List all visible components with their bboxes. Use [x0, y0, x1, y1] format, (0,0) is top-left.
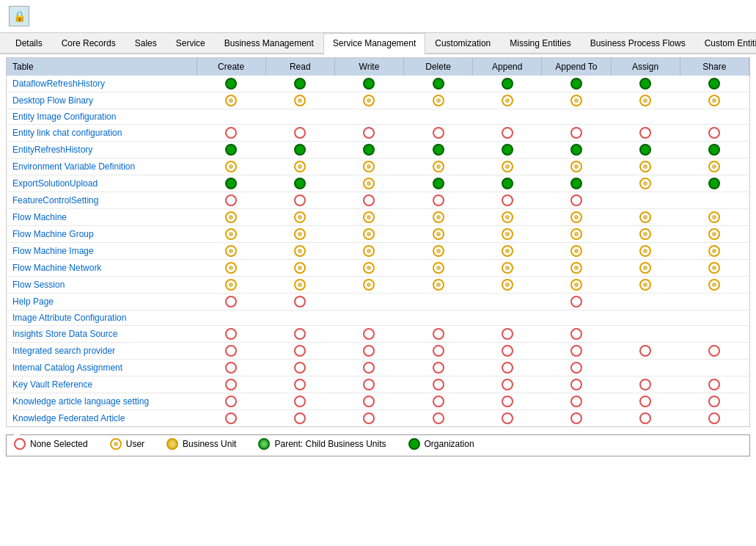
perm-cell-appendto[interactable] [542, 175, 611, 192]
perm-cell-create[interactable] [197, 260, 265, 277]
perm-user[interactable] [708, 279, 720, 291]
perm-none[interactable] [708, 379, 720, 390]
perm-cell-share[interactable] [680, 277, 749, 294]
perm-none[interactable] [639, 127, 651, 139]
perm-none[interactable] [708, 396, 720, 407]
perm-cell-delete[interactable] [404, 209, 473, 226]
perm-cell-create[interactable] [197, 427, 265, 428]
perm-user[interactable] [225, 262, 237, 274]
perm-cell-delete[interactable] [404, 226, 473, 243]
tab-service-management[interactable]: Service Management [323, 33, 425, 54]
perm-cell-append[interactable] [473, 260, 542, 277]
perm-none[interactable] [639, 345, 651, 357]
perm-cell-share[interactable] [680, 360, 749, 376]
perm-user[interactable] [433, 95, 444, 106]
perm-cell-appendto[interactable] [542, 410, 611, 427]
perm-cell-append[interactable] [473, 209, 542, 226]
perm-user[interactable] [570, 262, 582, 274]
perm-user[interactable] [225, 245, 237, 257]
perm-none[interactable] [294, 396, 306, 407]
perm-cell-delete[interactable] [404, 410, 473, 427]
perm-cell-append[interactable] [473, 393, 542, 410]
perm-cell-append[interactable] [473, 109, 542, 125]
perm-user[interactable] [502, 245, 513, 257]
perm-user[interactable] [225, 279, 237, 291]
perm-user[interactable] [294, 95, 306, 106]
perm-cell-delete[interactable] [404, 310, 473, 326]
tab-customization[interactable]: Customization [425, 33, 500, 53]
perm-cell-delete[interactable] [404, 393, 473, 410]
perm-cell-append[interactable] [473, 243, 542, 260]
perm-cell-read[interactable] [265, 410, 334, 427]
row-name[interactable]: Knowledge article language setting [7, 393, 197, 410]
tab-service[interactable]: Service [166, 33, 215, 53]
perm-cell-delete[interactable] [404, 175, 473, 192]
perm-cell-appendto[interactable] [542, 192, 611, 209]
perm-none[interactable] [225, 345, 237, 357]
perm-cell-share[interactable] [680, 427, 749, 428]
perm-cell-create[interactable] [197, 125, 265, 142]
perm-user[interactable] [363, 245, 375, 257]
perm-org[interactable] [225, 78, 237, 90]
perm-cell-delete[interactable] [404, 427, 473, 428]
perm-cell-create[interactable] [197, 142, 265, 159]
perm-none[interactable] [570, 328, 582, 340]
perm-cell-assign[interactable] [611, 92, 680, 109]
perm-user[interactable] [433, 279, 444, 291]
perm-cell-delete[interactable] [404, 125, 473, 142]
perm-cell-write[interactable] [334, 427, 403, 428]
perm-none[interactable] [433, 412, 444, 424]
row-name[interactable]: Internal Catalog Assignment [7, 360, 197, 376]
perm-none[interactable] [363, 379, 375, 390]
perm-cell-appendto[interactable] [542, 294, 611, 310]
perm-none[interactable] [433, 345, 444, 357]
perm-cell-write[interactable] [334, 277, 403, 294]
tab-missing-entities[interactable]: Missing Entities [500, 33, 580, 53]
perm-none[interactable] [225, 412, 237, 424]
perm-cell-create[interactable] [197, 294, 265, 310]
perm-cell-read[interactable] [265, 159, 334, 175]
perm-cell-create[interactable] [197, 192, 265, 209]
perm-cell-share[interactable] [680, 159, 749, 175]
perm-org[interactable] [225, 178, 237, 189]
perm-cell-appendto[interactable] [542, 209, 611, 226]
tab-business-process-flows[interactable]: Business Process Flows [581, 33, 695, 53]
perm-cell-read[interactable] [265, 125, 334, 142]
perm-org[interactable] [639, 144, 651, 156]
perm-user[interactable] [639, 245, 651, 257]
perm-user[interactable] [570, 211, 582, 223]
perm-cell-read[interactable] [265, 326, 334, 343]
perm-cell-assign[interactable] [611, 360, 680, 376]
perm-cell-write[interactable] [334, 393, 403, 410]
row-name[interactable]: Knowledge Federated Article Incident [7, 427, 197, 428]
perm-cell-delete[interactable] [404, 326, 473, 343]
perm-org[interactable] [294, 78, 306, 90]
perm-cell-assign[interactable] [611, 76, 680, 92]
perm-cell-read[interactable] [265, 192, 334, 209]
perm-cell-assign[interactable] [611, 410, 680, 427]
perm-cell-read[interactable] [265, 260, 334, 277]
perm-none[interactable] [294, 127, 306, 139]
perm-cell-appendto[interactable] [542, 277, 611, 294]
perm-cell-append[interactable] [473, 159, 542, 175]
perm-cell-read[interactable] [265, 343, 334, 360]
perm-cell-appendto[interactable] [542, 243, 611, 260]
perm-cell-read[interactable] [265, 243, 334, 260]
perm-cell-appendto[interactable] [542, 92, 611, 109]
perm-cell-share[interactable] [680, 92, 749, 109]
perm-cell-appendto[interactable] [542, 125, 611, 142]
perm-none[interactable] [363, 362, 375, 374]
perm-cell-assign[interactable] [611, 310, 680, 326]
row-name[interactable]: Entity Image Configuration [7, 109, 197, 125]
perm-org[interactable] [433, 178, 444, 189]
perm-cell-read[interactable] [265, 277, 334, 294]
row-name[interactable]: DataflowRefreshHistory [7, 76, 197, 92]
perm-cell-read[interactable] [265, 360, 334, 376]
perm-user[interactable] [225, 228, 237, 240]
perm-user[interactable] [363, 211, 375, 223]
perm-cell-assign[interactable] [611, 376, 680, 393]
perm-org[interactable] [225, 144, 237, 156]
perm-cell-write[interactable] [334, 159, 403, 175]
perm-cell-append[interactable] [473, 427, 542, 428]
perm-user[interactable] [502, 95, 513, 106]
